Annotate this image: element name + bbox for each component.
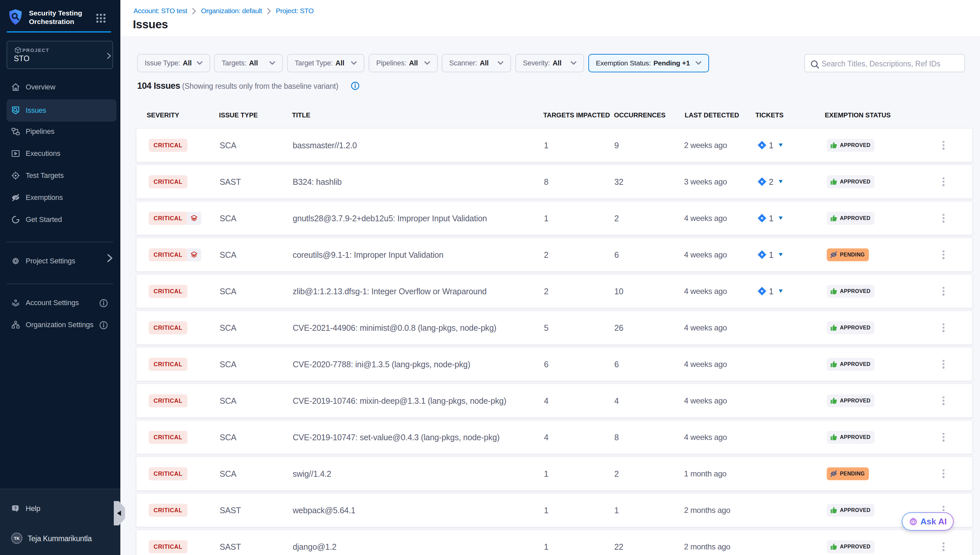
svg-text:?: ? bbox=[14, 506, 17, 511]
